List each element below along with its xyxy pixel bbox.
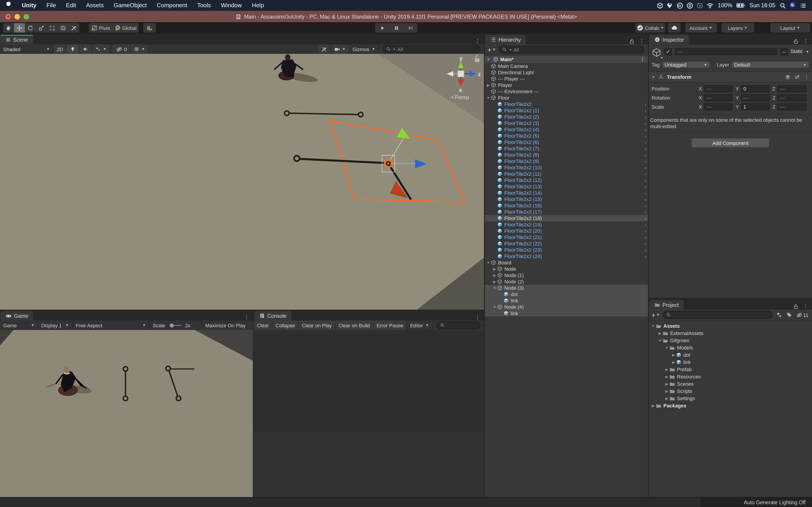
console-clear-on-build-button[interactable]: Clear on Build (335, 321, 373, 330)
scene-camera-dropdown[interactable]: ▼ (331, 44, 349, 54)
gameobject-name-field[interactable]: — (675, 48, 777, 55)
prefab-open-chevron[interactable]: › (645, 146, 648, 151)
scale-x-field[interactable]: — (704, 103, 733, 110)
cloud-services-button[interactable] (668, 23, 680, 33)
tab-game[interactable]: Game (0, 311, 33, 321)
layer-dropdown[interactable]: Default▼ (731, 61, 809, 68)
position-x-field[interactable]: — (704, 85, 733, 92)
project-item-models[interactable]: ▼Models (649, 344, 812, 351)
scene-effects-dropdown[interactable]: ▼ (92, 44, 110, 54)
hierarchy-item-floortile2x2-7[interactable]: FloorTile2x2 (7)› (485, 145, 648, 152)
apple-menu-icon[interactable] (0, 0, 17, 11)
hierarchy-item-floortile2x2-24[interactable]: FloorTile2x2 (24)› (485, 253, 648, 260)
hierarchy-item-floortile2x2-13[interactable]: FloorTile2x2 (13)› (485, 183, 648, 190)
tag-dropdown[interactable]: Untagged▼ (662, 61, 710, 68)
menu-bar-clock[interactable]: Sun 16:05 (749, 2, 776, 9)
prefab-open-chevron[interactable]: › (645, 108, 648, 113)
scene-audio-toggle[interactable] (79, 44, 92, 54)
rotation-z-field[interactable]: — (777, 94, 807, 101)
menu-gameobject[interactable]: GameObject (109, 2, 152, 9)
hierarchy-item-floortile2x2[interactable]: FloorTile2x2› (485, 101, 648, 107)
prefab-open-chevron[interactable]: › (645, 159, 648, 164)
collab-dropdown[interactable]: Collab▼ (635, 23, 665, 33)
project-item-packages[interactable]: ▶Packages (649, 402, 812, 409)
hand-tool-button[interactable] (3, 23, 14, 33)
hierarchy-item-floortile2x2-12[interactable]: FloorTile2x2 (12)› (485, 177, 648, 183)
tab-inspector[interactable]: Inspector (649, 35, 689, 44)
prefab-open-chevron[interactable]: › (645, 184, 648, 189)
hierarchy-item-floortile2x2-15[interactable]: FloorTile2x2 (15)› (485, 196, 648, 202)
hierarchy-item-floortile2x2-11[interactable]: FloorTile2x2 (11)› (485, 171, 648, 177)
expander-icon[interactable]: ▼ (664, 346, 669, 350)
hierarchy-item-node-4[interactable]: ▼Node (4) (485, 304, 648, 310)
transform-kebab[interactable]: ⋮ (804, 74, 809, 80)
wifi-icon[interactable] (706, 2, 714, 9)
console-clear-button[interactable]: Clear (254, 321, 272, 330)
hierarchy-item-floortile2x2-2[interactable]: FloorTile2x2 (2)› (485, 114, 648, 120)
scene-grid-dropdown[interactable]: ▼ (131, 44, 149, 54)
gizmos-dropdown[interactable]: Gizmos▼ (349, 44, 379, 54)
menu-edit[interactable]: Edit (61, 2, 81, 9)
account-dropdown[interactable]: Account▼ (685, 23, 717, 33)
menu-component[interactable]: Component (152, 2, 192, 9)
scene-search-input[interactable]: ▼ All (383, 45, 480, 53)
scale-slider[interactable] (167, 323, 183, 328)
hierarchy-item-player[interactable]: --- Player --- (485, 75, 648, 82)
zoom-window-button[interactable] (23, 14, 29, 19)
hierarchy-item-floortile2x2-4[interactable]: FloorTile2x2 (4)› (485, 126, 648, 133)
expander-icon[interactable]: ▶ (492, 280, 497, 284)
console-editor-dropdown[interactable]: Editor▼ (407, 321, 433, 330)
expander-icon[interactable]: ▼ (486, 261, 491, 265)
inspector-lock-icon[interactable] (793, 38, 799, 44)
inspector-menu-kebab[interactable]: ⋮ (803, 38, 808, 44)
project-item-prefab[interactable]: ▶Prefab (649, 366, 812, 373)
hierarchy-item-floortile2x2-16[interactable]: FloorTile2x2 (16)› (485, 202, 648, 209)
project-item-settings[interactable]: ▶Settings (649, 395, 812, 402)
transform-tool-button[interactable] (58, 23, 68, 33)
prefab-open-chevron[interactable]: › (645, 228, 648, 233)
tab-scene[interactable]: Scene (0, 35, 33, 44)
prefab-open-chevron[interactable]: › (645, 165, 648, 170)
add-component-button[interactable]: Add Component (692, 138, 769, 148)
expander-icon[interactable]: ▶ (671, 360, 676, 364)
step-button[interactable] (403, 23, 417, 33)
scene-visibility-toggle[interactable]: 0 (113, 44, 131, 54)
prefab-open-chevron[interactable]: › (645, 102, 648, 107)
maximize-on-play-toggle[interactable]: Maximize On Play (202, 321, 253, 330)
prefab-open-chevron[interactable]: › (645, 235, 648, 240)
rotation-x-field[interactable]: — (704, 94, 733, 101)
expander-icon[interactable]: ▶ (671, 353, 676, 357)
hierarchy-item-node-1[interactable]: ▶Node (1) (485, 272, 648, 278)
menu-file[interactable]: File (42, 2, 61, 9)
rotation-y-field[interactable]: — (741, 94, 770, 101)
prefab-open-chevron[interactable]: › (645, 203, 648, 208)
hierarchy-item-floortile2x2-8[interactable]: FloorTile2x2 (8)› (485, 152, 648, 158)
project-item-externalassets[interactable]: ▶ExternalAssets (649, 330, 812, 337)
layout-dropdown[interactable]: Layout▼ (770, 23, 810, 33)
tab-console[interactable]: Console (254, 311, 291, 321)
hierarchy-item-floortile2x2-21[interactable]: FloorTile2x2 (21)› (485, 234, 648, 240)
close-window-button[interactable] (5, 14, 11, 19)
project-item-gifgroen[interactable]: ▼Gifgroen (649, 337, 812, 344)
hierarchy-item-floortile2x2-9[interactable]: FloorTile2x2 (9)› (485, 158, 648, 164)
position-z-field[interactable]: — (777, 85, 807, 92)
prefab-open-chevron[interactable]: › (645, 247, 648, 252)
expander-icon[interactable]: ▶ (492, 273, 497, 277)
control-center-icon[interactable] (800, 2, 807, 9)
presets-icon[interactable] (794, 74, 800, 80)
menu-help[interactable]: Help (247, 2, 269, 9)
static-dropdown-caret[interactable]: ▼ (806, 50, 809, 54)
hierarchy-item-floortile2x2-20[interactable]: FloorTile2x2 (20)› (485, 228, 648, 234)
menu-window[interactable]: Window (216, 2, 247, 9)
hierarchy-item-floortile2x2-14[interactable]: FloorTile2x2 (14)› (485, 190, 648, 196)
rect-tool-button[interactable] (47, 23, 58, 33)
expander-icon[interactable]: ▶ (664, 389, 669, 393)
project-item-assets[interactable]: ▼Assets (649, 322, 812, 330)
hierarchy-item-node-2[interactable]: ▶Node (2) (485, 278, 648, 285)
console-log-area[interactable] (254, 330, 484, 497)
layers-dropdown[interactable]: Layers▼ (721, 23, 754, 33)
hierarchy-item-node[interactable]: ▶Node (485, 266, 648, 272)
display-target-dropdown[interactable]: Display 1▼ (38, 321, 72, 330)
position-y-field[interactable]: 0 (741, 85, 770, 92)
console-collapse-button[interactable]: Collapse (272, 321, 299, 330)
